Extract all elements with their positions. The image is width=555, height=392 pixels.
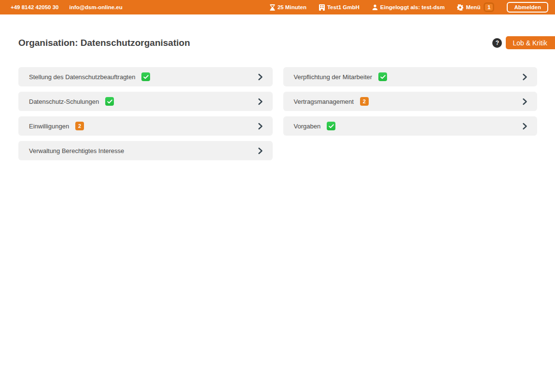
topbar: +49 8142 42050 30 info@dsm-online.eu 25 … [0, 0, 555, 14]
section-card[interactable]: Datenschutz-Schulungen [18, 92, 273, 111]
section-column-left: Stellung des Datenschutzbeauftragten Dat… [18, 67, 273, 160]
section-column-right: Verpflichtung der Mitarbeiter Vertragsma… [283, 67, 538, 160]
card-label: Vorgaben [294, 123, 321, 130]
status-check-badge [105, 97, 114, 106]
chevron-right-icon [258, 73, 263, 81]
page-title: Organisation: Datenschutzorganisation [18, 38, 190, 48]
status-check-badge [378, 72, 387, 81]
email-link[interactable]: info@dsm-online.eu [69, 4, 122, 10]
main-content: Organisation: Datenschutzorganisation ? … [0, 36, 555, 160]
card-label: Stellung des Datenschutzbeauftragten [29, 73, 135, 81]
status-check-badge [327, 122, 335, 130]
menu-notification-badge[interactable]: 1 [484, 2, 494, 12]
phone-number[interactable]: +49 8142 42050 30 [11, 4, 58, 10]
chevron-right-icon [522, 123, 527, 130]
session-timer-label: 25 Minuten [278, 4, 306, 10]
chevron-right-icon [522, 98, 527, 105]
status-check-badge [141, 72, 150, 81]
chevron-right-icon [258, 98, 263, 105]
card-label: Verwaltung Berechtigtes Interesse [29, 147, 124, 154]
chevron-right-icon [258, 123, 263, 130]
chevron-right-icon [258, 147, 263, 154]
company-label: Test1 GmbH [327, 4, 360, 10]
section-card[interactable]: Verpflichtung der Mitarbeiter [283, 67, 538, 86]
section-card[interactable]: Stellung des Datenschutzbeauftragten [18, 67, 273, 86]
chevron-right-icon [522, 73, 527, 81]
section-card[interactable]: Vorgaben [283, 116, 538, 136]
logout-button[interactable]: Abmelden [507, 2, 548, 13]
card-label: Einwilligungen [29, 123, 69, 130]
card-label: Verpflichtung der Mitarbeiter [294, 73, 373, 81]
session-timer: 25 Minuten [270, 4, 306, 11]
page-header: Organisation: Datenschutzorganisation ? … [18, 36, 555, 49]
user-icon [372, 4, 378, 10]
company-switcher[interactable]: Test1 GmbH [319, 4, 360, 11]
help-icon[interactable]: ? [492, 38, 502, 48]
building-icon [319, 4, 325, 11]
count-badge: 2 [360, 97, 369, 106]
section-card[interactable]: Einwilligungen 2 [18, 116, 273, 136]
menu-button[interactable]: Menü 1 [457, 2, 494, 12]
logged-in-user: Eingeloggt als: test-dsm [372, 4, 445, 10]
logged-in-label: Eingeloggt als: test-dsm [380, 4, 445, 10]
card-label: Datenschutz-Schulungen [29, 98, 99, 105]
feedback-button[interactable]: Lob & Kritik [506, 36, 555, 49]
section-card[interactable]: Vertragsmanagement 2 [283, 92, 538, 111]
menu-label: Menü [466, 4, 480, 10]
section-card[interactable]: Verwaltung Berechtigtes Interesse [18, 141, 273, 160]
hourglass-icon [270, 4, 275, 11]
card-label: Vertragsmanagement [294, 98, 354, 105]
section-grid: Stellung des Datenschutzbeauftragten Dat… [18, 67, 555, 160]
gear-icon [457, 4, 463, 11]
count-badge: 2 [75, 122, 84, 130]
